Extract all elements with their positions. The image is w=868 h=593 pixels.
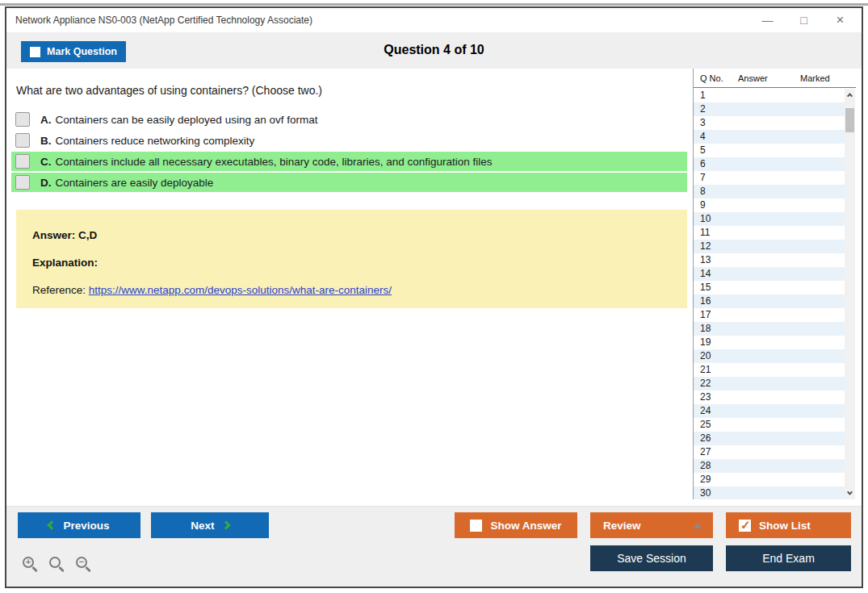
show-list-button[interactable]: Show List — [726, 512, 851, 538]
options-list: A. Containers can be easily deployed usi… — [11, 110, 687, 192]
minimize-icon: — — [762, 14, 774, 27]
option-d-checkbox[interactable] — [15, 175, 30, 190]
review-label: Review — [603, 520, 641, 532]
option-b[interactable]: B. Containers reduce networking complexi… — [11, 131, 687, 150]
scroll-up-button[interactable] — [845, 89, 855, 101]
close-icon: × — [837, 12, 845, 28]
option-text: Containers can be easily deployed using … — [56, 114, 318, 126]
answer-text: Answer: C,D — [32, 229, 671, 241]
save-session-button[interactable]: Save Session — [590, 545, 713, 571]
review-button[interactable]: Review — [590, 512, 713, 538]
question-list-row[interactable]: 26 — [694, 432, 845, 445]
chevron-right-icon — [221, 520, 230, 529]
question-list-row[interactable]: 7 — [694, 171, 845, 185]
explanation-label: Explanation: — [32, 257, 671, 269]
reference-link[interactable]: https://www.netapp.com/devops-solutions/… — [89, 284, 392, 296]
end-exam-button[interactable]: End Exam — [726, 545, 851, 571]
show-list-label: Show List — [759, 520, 811, 532]
option-c[interactable]: C. Containers include all necessary exec… — [11, 152, 687, 171]
question-list-row[interactable]: 3 — [694, 116, 845, 130]
minimize-button[interactable]: — — [749, 8, 786, 32]
triangle-up-icon — [694, 523, 702, 528]
maximize-button[interactable]: □ — [786, 8, 822, 32]
option-b-checkbox[interactable] — [15, 133, 30, 148]
question-list-row[interactable]: 17 — [694, 308, 845, 322]
chevron-left-icon — [48, 520, 57, 529]
scroll-down-button[interactable] — [845, 487, 855, 499]
question-list-row[interactable]: 13 — [694, 253, 845, 267]
show-answer-button[interactable]: Show Answer — [455, 512, 577, 538]
question-list-row[interactable]: 11 — [694, 226, 845, 240]
zoom-in-button[interactable]: + — [23, 557, 39, 573]
magnifier-handle — [58, 566, 65, 573]
column-header-marked: Marked — [800, 73, 845, 83]
question-list-row[interactable]: 21 — [694, 363, 845, 377]
show-list-checkbox[interactable] — [739, 520, 751, 532]
next-label: Next — [191, 520, 214, 532]
question-list-row[interactable]: 25 — [694, 418, 845, 432]
show-answer-label: Show Answer — [490, 520, 561, 532]
scrollbar[interactable] — [845, 89, 855, 499]
window-title: Network Appliance NS0-003 (NetApp Certif… — [6, 15, 312, 26]
zoom-controls: + − — [23, 557, 92, 573]
title-bar: Network Appliance NS0-003 (NetApp Certif… — [6, 8, 862, 32]
question-list-row[interactable]: 15 — [694, 281, 845, 294]
question-list-row[interactable]: 2 — [694, 102, 845, 116]
zoom-reset-button[interactable] — [49, 557, 65, 573]
column-header-qno: Q No. — [694, 73, 738, 83]
question-list-row[interactable]: 4 — [694, 130, 845, 144]
app-window: Network Appliance NS0-003 (NetApp Certif… — [5, 6, 863, 588]
question-list-row[interactable]: 10 — [694, 212, 845, 226]
question-list-row[interactable]: 24 — [694, 404, 845, 418]
column-header-answer: Answer — [738, 73, 800, 83]
question-list-row[interactable]: 29 — [694, 473, 845, 487]
footer-bar: Previous Next Show Answer Review Show Li… — [6, 506, 862, 587]
window-controls: — □ × — [749, 8, 858, 32]
question-list-row[interactable]: 5 — [694, 144, 845, 157]
option-letter: A. — [40, 114, 52, 126]
question-list-row[interactable]: 19 — [694, 336, 845, 349]
option-a[interactable]: A. Containers can be easily deployed usi… — [11, 110, 687, 129]
scrollbar-thumb[interactable] — [845, 108, 854, 132]
close-button[interactable]: × — [822, 8, 858, 32]
reference-label: Reference: — [32, 284, 86, 296]
question-list-row[interactable]: 1 — [694, 89, 845, 102]
toolbar: Mark Question Question 4 of 10 — [6, 32, 862, 69]
save-session-label: Save Session — [617, 552, 686, 565]
next-button[interactable]: Next — [151, 512, 269, 538]
question-list-row[interactable]: 8 — [694, 185, 845, 198]
question-area: What are two advantages of using contain… — [16, 69, 687, 308]
previous-button[interactable]: Previous — [18, 512, 140, 538]
question-list-row[interactable]: 28 — [694, 459, 845, 473]
question-list-rows: 1234567891011121314151617181920212223242… — [694, 89, 845, 499]
option-d[interactable]: D. Containers are easily deployable — [11, 173, 687, 192]
answer-panel: Answer: C,D Explanation: Reference: http… — [16, 210, 687, 308]
question-text: What are two advantages of using contain… — [16, 84, 687, 97]
question-list-row[interactable]: 12 — [694, 240, 845, 253]
question-list-row[interactable]: 23 — [694, 390, 845, 404]
option-letter: D. — [40, 177, 52, 189]
question-counter: Question 4 of 10 — [6, 43, 862, 57]
question-list-row[interactable]: 27 — [694, 445, 845, 459]
question-list-row[interactable]: 22 — [694, 377, 845, 390]
question-list-row[interactable]: 18 — [694, 322, 845, 336]
option-a-checkbox[interactable] — [15, 112, 30, 127]
plus-sign: + — [23, 556, 34, 567]
question-list-row[interactable]: 9 — [694, 198, 845, 212]
desktop-background-strip — [0, 3, 868, 6]
question-list-row[interactable]: 20 — [694, 349, 845, 363]
zoom-out-button[interactable]: − — [76, 557, 92, 573]
option-text: Containers reduce networking complexity — [56, 135, 255, 147]
option-c-checkbox[interactable] — [15, 154, 30, 169]
chevron-down-icon — [847, 490, 853, 495]
question-list-row[interactable]: 14 — [694, 267, 845, 281]
option-text: Containers are easily deployable — [56, 177, 214, 189]
question-list-row[interactable]: 30 — [694, 487, 845, 499]
question-list-row[interactable]: 6 — [694, 157, 845, 171]
question-list-row[interactable]: 16 — [694, 294, 845, 308]
reference-line: Reference: https://www.netapp.com/devops… — [32, 284, 671, 296]
show-answer-checkbox[interactable] — [470, 520, 482, 532]
chevron-up-icon — [847, 93, 853, 98]
previous-label: Previous — [63, 520, 109, 532]
question-list-header: Q No. Answer Marked — [694, 69, 856, 88]
